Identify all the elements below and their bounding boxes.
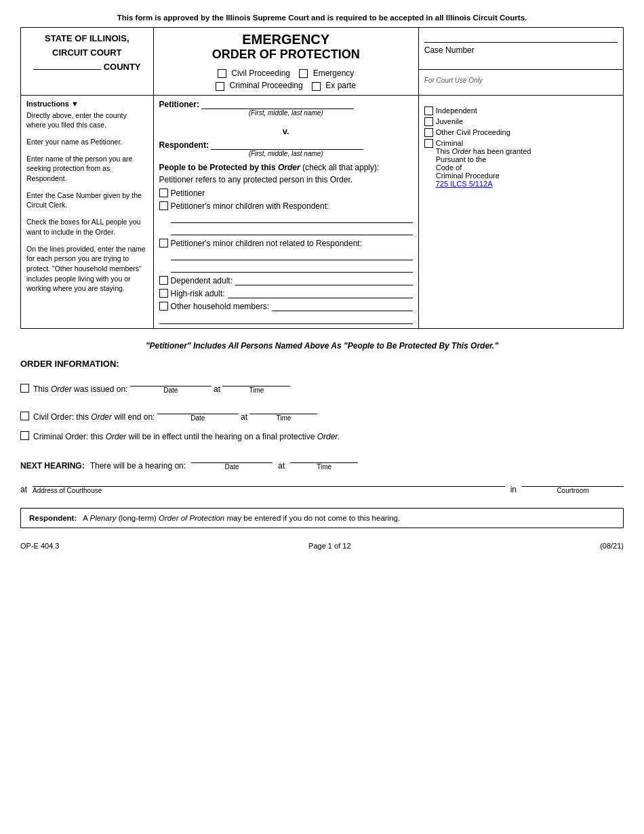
instruction-4: Enter the Case Number given by the Circu… bbox=[26, 191, 148, 210]
minor-children-respondent-row: Petitioner's minor children with Respond… bbox=[159, 201, 413, 235]
ex-parte-label: Ex parte bbox=[325, 81, 356, 90]
vs-text: v. bbox=[159, 122, 413, 140]
ex-parte-checkbox[interactable] bbox=[312, 82, 321, 91]
petitioner-check-label: Petitioner bbox=[171, 188, 205, 198]
petitioner-note: Petitioner refers to any protected perso… bbox=[159, 175, 413, 184]
courtroom-group: Courtroom bbox=[522, 476, 624, 494]
independent-label: Independent bbox=[436, 106, 477, 115]
dependent-adult-row: Dependent adult: bbox=[159, 276, 413, 285]
petitioner-check-box[interactable] bbox=[159, 188, 168, 197]
juvenile-row: Juvenile bbox=[424, 117, 618, 126]
other-civil-checkbox[interactable] bbox=[424, 128, 433, 137]
instructions-header: Instructions ▼ bbox=[26, 100, 148, 108]
other-household-label: Other household members: bbox=[171, 302, 269, 311]
high-risk-adult-field[interactable] bbox=[228, 289, 413, 298]
order-issued-time-label: Time bbox=[249, 386, 264, 394]
other-household-checkbox[interactable] bbox=[159, 302, 168, 311]
juvenile-checkbox[interactable] bbox=[424, 117, 433, 126]
respondent-notice-bold: Respondent: bbox=[29, 514, 77, 522]
order-row-3: Criminal Order: this Order will be in ef… bbox=[20, 431, 624, 441]
dependent-adult-checkbox[interactable] bbox=[159, 276, 168, 285]
civil-checkbox[interactable] bbox=[218, 69, 226, 78]
form-title-main: EMERGENCY bbox=[159, 32, 413, 47]
instruction-2: Enter your name as Petitioner. bbox=[26, 137, 148, 147]
state-line2: CIRCUIT COURT bbox=[52, 47, 122, 58]
people-protected-title: People to be Protected by this Order (ch… bbox=[159, 163, 413, 172]
courtroom-label: Courtroom bbox=[522, 487, 624, 494]
other-household-extra-field[interactable] bbox=[159, 315, 413, 324]
minor-children-not-respondent-field2[interactable] bbox=[171, 263, 413, 273]
hearing-at: at bbox=[278, 461, 285, 471]
petitioner-check-row: Petitioner bbox=[159, 188, 413, 198]
form-title-sub: ORDER OF PROTECTION bbox=[159, 47, 413, 62]
courtroom-field[interactable] bbox=[522, 476, 624, 487]
criminal-checkbox[interactable] bbox=[216, 82, 224, 91]
order-issued-date-field[interactable] bbox=[130, 376, 212, 386]
address-group: Address of Courthouse bbox=[33, 486, 505, 494]
respondent-name-hint: (First, middle, last name) bbox=[159, 150, 413, 157]
minor-children-respondent-field2[interactable] bbox=[171, 226, 413, 235]
next-hearing-section: NEXT HEARING: There will be a hearing on… bbox=[20, 452, 624, 494]
civil-order-time-field[interactable] bbox=[249, 403, 317, 414]
petitioner-name-input[interactable] bbox=[201, 100, 353, 109]
right-col: Independent Juvenile Other Civil Proceed… bbox=[418, 95, 623, 328]
hearing-date-field[interactable] bbox=[191, 452, 273, 463]
people-protected-section: People to be Protected by this Order (ch… bbox=[159, 163, 413, 324]
minor-children-respondent-checkbox[interactable] bbox=[159, 201, 168, 210]
state-cell: STATE OF ILLINOIS, CIRCUIT COURT COUNTY bbox=[21, 28, 154, 96]
emergency-checkbox[interactable] bbox=[299, 69, 308, 78]
civil-order-checkbox[interactable] bbox=[20, 412, 29, 420]
title-cell: EMERGENCY ORDER OF PROTECTION Civil Proc… bbox=[153, 28, 418, 96]
courthouse-row: at Address of Courthouse in Courtroom bbox=[20, 476, 624, 494]
order-issued-date-group: Date bbox=[130, 376, 212, 394]
other-household-field[interactable] bbox=[272, 302, 413, 311]
civil-order-time-group: Time bbox=[249, 403, 317, 422]
right-checkboxes: Independent Juvenile Other Civil Proceed… bbox=[424, 106, 618, 188]
high-risk-adult-row: High-risk adult: bbox=[159, 289, 413, 298]
ilcs-link[interactable]: 725 ILCS 5/112A bbox=[436, 180, 493, 188]
criminal-right-label: Criminal bbox=[436, 139, 463, 147]
order-issued-time-field[interactable] bbox=[222, 376, 290, 386]
instructions-list: Directly above, enter the county where y… bbox=[26, 111, 148, 294]
minor-children-respondent-label: Petitioner's minor children with Respond… bbox=[171, 201, 329, 211]
minor-children-not-respondent-field1[interactable] bbox=[171, 251, 413, 260]
top-notice: This form is approved by the Illinois Su… bbox=[20, 14, 624, 22]
criminal-order-checkbox[interactable] bbox=[20, 431, 29, 440]
hearing-time-field[interactable] bbox=[290, 452, 358, 463]
civil-order-date-field[interactable] bbox=[157, 403, 239, 414]
minor-children-not-respondent-checkbox[interactable] bbox=[159, 239, 168, 247]
respondent-block: Respondent: (First, middle, last name) bbox=[159, 140, 413, 157]
criminal-proceeding-row: Criminal Proceeding Ex parte bbox=[216, 81, 356, 90]
civil-label: Civil Proceeding bbox=[231, 68, 290, 78]
instruction-6: On the lines provided, enter the name fo… bbox=[26, 244, 148, 294]
civil-order-time-label: Time bbox=[277, 414, 291, 422]
instructions-col: Instructions ▼ Directly above, enter the… bbox=[21, 95, 154, 328]
order-info-section: ORDER INFORMATION: This Order was issued… bbox=[20, 359, 624, 441]
minor-children-not-respondent-label: Petitioner's minor children not related … bbox=[171, 239, 362, 248]
petitioner-block: Petitioner: (First, middle, last name) bbox=[159, 100, 413, 117]
minor-children-respondent-field1[interactable] bbox=[171, 214, 413, 223]
high-risk-adult-checkbox[interactable] bbox=[159, 289, 168, 298]
hearing-date-label: Date bbox=[225, 463, 239, 471]
form-section: Petitioner: (First, middle, last name) v… bbox=[153, 95, 418, 328]
independent-checkbox[interactable] bbox=[424, 106, 433, 115]
dependent-adult-field[interactable] bbox=[235, 276, 413, 285]
case-number-label: Case Number bbox=[424, 45, 618, 55]
minor-children-not-respondent-row: Petitioner's minor children not related … bbox=[159, 239, 413, 273]
high-risk-adult-label: High-risk adult: bbox=[171, 289, 225, 298]
respondent-name-input[interactable] bbox=[211, 140, 363, 150]
other-civil-row: Other Civil Proceeding bbox=[424, 128, 618, 137]
criminal-right-checkbox[interactable] bbox=[424, 139, 433, 148]
order-issued-checkbox[interactable] bbox=[20, 384, 29, 393]
civil-order-date-group: Date bbox=[157, 403, 239, 422]
civil-proceeding-row: Civil Proceeding Emergency bbox=[218, 68, 354, 78]
next-hearing-title: NEXT HEARING: bbox=[20, 461, 85, 471]
address-label: Address of Courthouse bbox=[33, 487, 505, 494]
petitioner-notice: "Petitioner" Includes All Persons Named … bbox=[20, 341, 624, 351]
respondent-label: Respondent: bbox=[159, 140, 209, 150]
form-table: STATE OF ILLINOIS, CIRCUIT COURT COUNTY … bbox=[20, 27, 624, 329]
order-row-1: This Order was issued on: Date at Time bbox=[20, 376, 624, 394]
footer-row: OP-E 404.3 Page 1 of 12 (08/21) bbox=[20, 542, 624, 550]
state-line1: STATE OF ILLINOIS, bbox=[45, 33, 129, 43]
next-hearing-row1: NEXT HEARING: There will be a hearing on… bbox=[20, 452, 624, 471]
